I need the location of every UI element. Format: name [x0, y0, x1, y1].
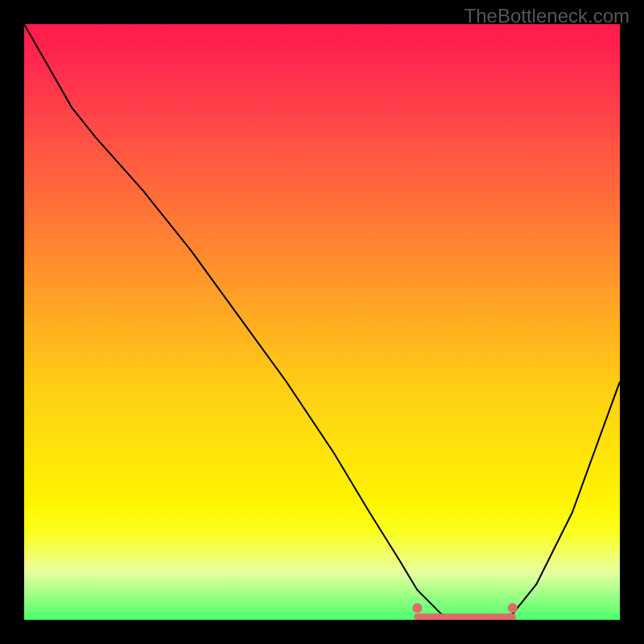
bottleneck-curve [24, 24, 620, 620]
plot-area [24, 24, 620, 620]
chart-container: TheBottleneck.com [0, 0, 644, 644]
markers [412, 603, 517, 613]
watermark-text: TheBottleneck.com [464, 5, 630, 27]
marker-dot [412, 603, 422, 613]
marker-dot [508, 603, 518, 613]
chart-svg [24, 24, 620, 620]
